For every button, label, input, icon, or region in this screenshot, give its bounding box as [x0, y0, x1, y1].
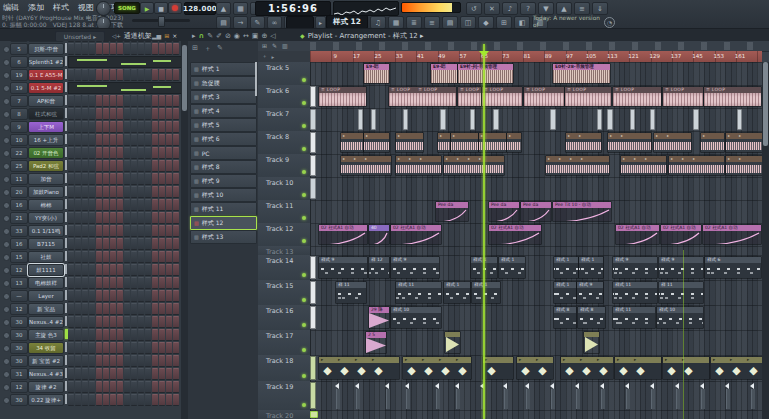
step-cell[interactable] [103, 43, 109, 55]
channel-name-button[interactable]: 加音 [28, 173, 64, 185]
asmall-clip[interactable]: ▸ [395, 132, 424, 153]
step-cell[interactable] [96, 316, 102, 328]
auto-clip[interactable]: 02 柱式A1 自动 [660, 224, 702, 245]
step-cell[interactable] [173, 303, 179, 315]
track-enable-led[interactable] [302, 348, 306, 352]
channel-name-button[interactable]: 旋律 #2 [28, 381, 64, 393]
step-cell[interactable] [124, 108, 130, 120]
step-cell[interactable] [138, 368, 144, 380]
step-cell[interactable] [124, 238, 130, 250]
step-cell[interactable] [110, 69, 116, 81]
hit-clip[interactable] [355, 383, 360, 409]
step-cell[interactable] [166, 147, 172, 159]
kick-clip[interactable]: ▸▸◆◆ [662, 356, 710, 380]
channel-number[interactable]: 9 [10, 121, 28, 133]
step-cell[interactable] [75, 290, 81, 302]
step-cell[interactable] [159, 355, 165, 367]
step-cell[interactable] [68, 121, 74, 133]
asmall-clip[interactable]: ▸▸▸▸ [545, 155, 610, 176]
track-enable-led[interactable] [302, 298, 306, 302]
step-cell[interactable] [138, 238, 144, 250]
step-cell[interactable] [75, 173, 81, 185]
kick-clip[interactable]: ▸◆ [482, 356, 514, 380]
timeline-ruler[interactable]: ＋▸ 9172533414957657381899710511312112913… [258, 51, 769, 62]
step-cell[interactable] [152, 264, 158, 276]
step-cell[interactable] [68, 303, 74, 315]
asmall-clip[interactable]: ▸ [340, 132, 364, 153]
auto40-clip[interactable]: 40 [368, 224, 390, 245]
export-icon[interactable]: ▲ [556, 2, 572, 15]
channel-number[interactable]: 33 [10, 225, 28, 237]
channel-mute-led[interactable] [3, 176, 10, 183]
chop-clip[interactable] [358, 109, 363, 130]
step-cell[interactable] [159, 134, 165, 146]
step-cell[interactable] [82, 69, 88, 81]
step-cell[interactable] [138, 303, 144, 315]
midi-clip[interactable]: 样式 11 [395, 281, 442, 304]
step-cell[interactable] [96, 264, 102, 276]
step-cell[interactable] [96, 368, 102, 380]
step-cell[interactable] [103, 160, 109, 172]
step-cell[interactable] [82, 212, 88, 224]
step-cell[interactable] [82, 394, 88, 406]
channel-name-button[interactable]: Splenth1 #2 [28, 56, 64, 68]
channel-mute-led[interactable] [3, 59, 10, 66]
step-cell[interactable] [89, 121, 95, 133]
channel-number[interactable]: 19 [10, 82, 28, 94]
step-cell[interactable] [159, 316, 165, 328]
track-lane[interactable]: 样 11样式 11样式 1样式 1样式 1样式 9样式 11样 11 [310, 280, 762, 306]
step-cell[interactable] [68, 212, 74, 224]
step-cell[interactable] [131, 160, 137, 172]
strip-pencil-icon[interactable]: ✎ [272, 42, 277, 49]
step-cell[interactable] [145, 368, 151, 380]
track-lane[interactable]: E9-唱E9-唱E9针-列-音频管理E0针-28-音频管理 [310, 62, 762, 86]
slip-icon[interactable]: ↔ [243, 32, 249, 40]
track-enable-led[interactable] [302, 78, 306, 82]
channel-name-button[interactable]: 贝斯-中音 [28, 43, 64, 55]
step-cell[interactable] [131, 381, 137, 393]
step-cell[interactable] [117, 238, 123, 250]
channel-mute-led[interactable] [3, 98, 10, 105]
chop-clip[interactable] [737, 109, 742, 130]
track-enable-led[interactable] [302, 170, 306, 174]
step-cell[interactable] [173, 160, 179, 172]
step-cell[interactable] [75, 238, 81, 250]
step-cell[interactable] [75, 95, 81, 107]
step-cell[interactable] [96, 290, 102, 302]
step-cell[interactable] [117, 394, 123, 406]
step-cell[interactable] [75, 303, 81, 315]
midi-clip[interactable]: 样式 9 [318, 256, 368, 279]
channel-mute-led[interactable] [3, 241, 10, 248]
step-cell[interactable] [68, 277, 74, 289]
step-cell[interactable] [173, 69, 179, 81]
master-volume-knob[interactable] [96, 1, 111, 16]
step-cell[interactable] [89, 251, 95, 263]
step-cell[interactable] [75, 69, 81, 81]
step-cell[interactable] [110, 303, 116, 315]
step-cell[interactable] [159, 43, 165, 55]
channel-number[interactable]: 31 [10, 368, 28, 380]
fade2-clip[interactable] [444, 331, 461, 354]
start-clip[interactable] [310, 411, 318, 418]
channel-number[interactable]: 6 [10, 56, 28, 68]
channel-mute-led[interactable] [3, 384, 10, 391]
swatch-icon[interactable]: ⊞ [164, 32, 169, 39]
step-cell[interactable] [152, 134, 158, 146]
midi-clip[interactable]: 样式 9 [576, 281, 604, 304]
step-cell[interactable] [96, 121, 102, 133]
globe-icon[interactable]: ◔ [604, 17, 615, 28]
step-cell[interactable] [89, 355, 95, 367]
menu-item-0[interactable]: 编辑 [2, 2, 20, 13]
step-cell[interactable] [138, 277, 144, 289]
step-cell[interactable] [117, 355, 123, 367]
midi-clip[interactable]: 样式 11 [612, 306, 656, 329]
step-cell[interactable] [166, 69, 172, 81]
step-cell[interactable] [124, 316, 130, 328]
step-cell[interactable] [96, 342, 102, 354]
step-cell[interactable] [159, 69, 165, 81]
track-enable-led[interactable] [302, 101, 306, 105]
step-cell[interactable] [75, 43, 81, 55]
playlist-scrollbar[interactable] [762, 62, 769, 419]
step-cell[interactable] [68, 394, 74, 406]
step-cell[interactable] [68, 342, 74, 354]
